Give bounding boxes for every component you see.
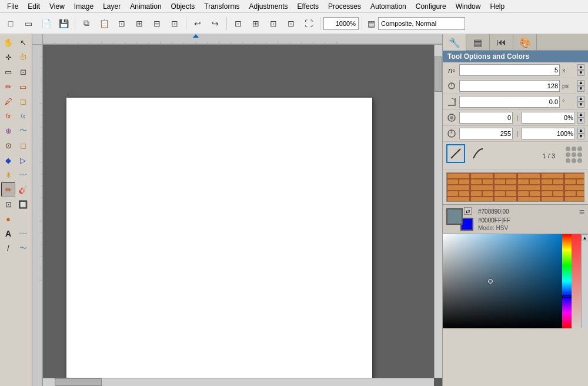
opacity-increment-button[interactable]: ▲ [577,112,584,118]
hook-tool-button[interactable]: 🎸 [16,182,30,197]
frame-button[interactable]: ⊡ [283,15,299,32]
flow-decrement-button[interactable]: ▼ [577,134,584,139]
tab-tool-options[interactable]: 🔧 [443,34,466,51]
curve-tool-button[interactable]: 〜 [16,241,30,255]
snap-button[interactable]: ⊡ [265,15,282,32]
save-button[interactable]: 💾 [55,15,72,32]
menu-effects[interactable]: Effects [293,1,323,12]
eraser-tool-button[interactable]: ◻ [16,94,30,108]
spread-tool-button[interactable]: ⊕ [1,124,15,138]
move-tool-button[interactable]: ✛ [1,50,15,64]
opacity-pct-input[interactable] [522,112,575,124]
align-button[interactable]: ⊞ [131,15,148,32]
crop-button[interactable]: ⊡ [166,15,183,32]
open-file-button[interactable]: 📄 [38,15,54,32]
angle-value-input[interactable] [459,96,560,108]
foreground-color-swatch[interactable] [446,208,463,225]
fill-tool-button[interactable]: ◆ [1,153,15,167]
fullscreen-button[interactable]: ⛶ [300,15,317,32]
menu-processes[interactable]: Processes [323,1,366,12]
color-picker-button[interactable]: ✏ [1,182,15,197]
pen-tool-button[interactable]: 🖊 [1,94,15,108]
pan-tool-button[interactable]: ✋ [1,35,15,49]
flow-value-input[interactable] [459,128,513,139]
color-panel-scrollbar[interactable]: ▲ [581,234,588,328]
hue-slider[interactable] [562,234,572,328]
menu-help[interactable]: Help [485,1,509,12]
fx2-tool-button[interactable]: fx [16,109,30,123]
menu-layer[interactable]: Layer [98,1,125,12]
zoom-input[interactable]: 1000% [323,17,359,30]
tab-layers[interactable]: ▤ [466,34,490,51]
size-decrement-button[interactable]: ▼ [577,86,584,92]
menu-file[interactable]: File [2,1,23,12]
timer-tool-button[interactable]: ⏱ [16,50,30,64]
fx-tool-button[interactable]: fx [1,109,15,123]
tab-swatches[interactable]: 🎨 [513,34,537,51]
brush-tool-button[interactable]: ✏ [1,79,15,94]
rect-brush-button[interactable]: ▭ [16,79,30,94]
starburst-tool-button[interactable]: ✳ [1,168,15,182]
transform-button[interactable]: ⊡ [113,15,130,32]
horizontal-scrollbar[interactable] [43,378,434,386]
transform2-button[interactable]: ⊡ [230,15,246,32]
blend-mode-input[interactable]: Composite, Normal [378,17,465,30]
angle-decrement-button[interactable]: ▼ [577,102,584,108]
dodge-tool-button[interactable]: 🔲 [16,197,30,211]
color-options-button[interactable]: ≡ [579,207,584,218]
sv-gradient-picker[interactable] [443,234,562,328]
smudge-tool-button[interactable]: ◻ [16,138,30,152]
alpha-slider[interactable] [572,234,581,328]
swap-colors-button[interactable]: ⇄ [464,207,472,215]
menu-animation[interactable]: Animation [125,1,166,12]
redo-button[interactable]: ↪ [207,15,223,32]
size-value-input[interactable] [459,80,560,92]
n-decrement-button[interactable]: ▼ [577,70,584,76]
menu-view[interactable]: View [45,1,69,12]
color-scroll-up-button[interactable]: ▲ [582,234,589,241]
stroke-style-1-button[interactable] [446,144,465,163]
vertical-scrollbar-thumb[interactable] [435,56,442,92]
menu-window[interactable]: Window [451,1,486,12]
select-tool-button[interactable]: ↖ [16,35,30,49]
gradient-tool-button[interactable]: ▷ [16,153,30,167]
menu-automation[interactable]: Automation [366,1,411,12]
opacity-value-input[interactable] [459,112,513,124]
menu-configure[interactable]: Configure [411,1,451,12]
size-increment-button[interactable]: ▲ [577,80,584,86]
angle-increment-button[interactable]: ▲ [577,96,584,102]
vertical-scrollbar[interactable] [434,45,442,378]
paste-button[interactable]: 📋 [96,15,112,32]
line-tool-button[interactable]: / [1,241,15,255]
copy-button[interactable]: ⧉ [78,15,95,32]
crop-tool-button[interactable]: ⊡ [16,65,30,79]
mode-icon-button[interactable]: ▤ [365,15,377,32]
menu-edit[interactable]: Edit [23,1,45,12]
ball-tool-button[interactable]: ● [1,212,15,226]
distort-tool-button[interactable]: 〰 [16,168,30,182]
undo-button[interactable]: ↩ [189,15,206,32]
stroke-style-2-button[interactable] [469,144,487,163]
flow-increment-button[interactable]: ▲ [577,128,584,134]
n-value-input[interactable] [459,64,560,76]
text-tool-button[interactable]: A [1,227,15,241]
path-tool-button[interactable]: 〰 [16,227,30,241]
transform-tool-button[interactable]: ⊡ [1,197,15,211]
open-document-button[interactable]: ▭ [20,15,36,32]
canvas-document[interactable] [66,98,372,378]
rect-select-button[interactable]: ▭ [1,65,15,79]
menu-image[interactable]: Image [69,1,98,12]
menu-transforms[interactable]: Transforms [199,1,244,12]
menu-adjustments[interactable]: Adjustments [245,1,293,12]
grid-button[interactable]: ⊞ [248,15,264,32]
flow-pct-input[interactable] [522,128,575,139]
horizontal-scrollbar-thumb[interactable] [55,378,102,386]
wave-tool-button[interactable]: 〜 [16,124,30,138]
new-document-button[interactable]: □ [2,15,19,32]
tab-history[interactable]: ⏮ [490,34,513,51]
menu-objects[interactable]: Objects [166,1,200,12]
stamp-tool-button[interactable]: ⊙ [1,138,15,152]
opacity-decrement-button[interactable]: ▼ [577,118,584,124]
n-increment-button[interactable]: ▲ [577,64,584,70]
size-button[interactable]: ⊟ [149,15,165,32]
